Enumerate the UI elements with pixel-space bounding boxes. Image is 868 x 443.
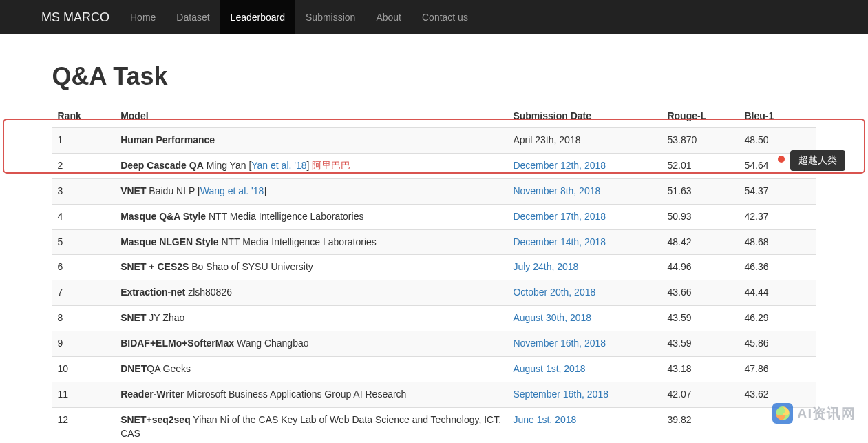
- cell-date: August 30th, 2018: [507, 306, 661, 331]
- cell-rouge: 43.18: [661, 356, 739, 382]
- cell-date: July 24th, 2018: [507, 255, 661, 280]
- cell-bleu: 47.86: [739, 356, 816, 382]
- cell-model: Masque Q&A Style NTT Media Intelligence …: [115, 204, 507, 229]
- model-rest: QA Geeks: [147, 363, 191, 374]
- red-dot-icon: [778, 156, 785, 163]
- date-link[interactable]: July 24th, 2018: [513, 261, 578, 272]
- watermark: AI资讯网: [772, 403, 856, 424]
- model-name: SNET+seq2seq: [120, 414, 191, 425]
- cell-date: June 1st, 2018: [507, 407, 661, 443]
- nav-item-dataset[interactable]: Dataset: [166, 0, 220, 34]
- table-row: 6SNET + CES2S Bo Shao of SYSU University…: [52, 255, 816, 280]
- watermark-text: AI资讯网: [797, 404, 856, 423]
- cell-rouge: 51.63: [661, 178, 739, 204]
- cell-bleu: 46.29: [739, 306, 816, 331]
- model-rest: Baidu NLP [: [146, 185, 200, 196]
- cell-rank: 11: [52, 382, 116, 407]
- model-name: VNET: [120, 185, 146, 196]
- table-body: 1Human PerformanceApril 23th, 201853.870…: [52, 127, 816, 443]
- page-title: Q&A Task: [52, 62, 816, 91]
- cell-rouge: 43.66: [661, 280, 739, 306]
- date-link[interactable]: August 30th, 2018: [513, 312, 591, 323]
- watermark-logo-icon: [772, 403, 793, 424]
- nav-item-leaderboard[interactable]: Leaderboard: [220, 0, 295, 34]
- cell-bleu: 42.37: [739, 204, 816, 229]
- model-name: BIDAF+ELMo+SofterMax: [120, 338, 234, 349]
- model-rest: Microsoft Business Applications Group AI…: [184, 389, 406, 400]
- model-name: DNET: [120, 363, 147, 374]
- date-link[interactable]: October 20th, 2018: [513, 287, 595, 298]
- cell-model: DNETQA Geeks: [115, 356, 507, 382]
- table-row: 12SNET+seq2seq Yihan Ni of the CAS Key L…: [52, 407, 816, 443]
- cell-rank: 9: [52, 331, 116, 357]
- date-link[interactable]: September 16th, 2018: [513, 389, 608, 400]
- table-row: 3VNET Baidu NLP [Wang et al. '18]Novembe…: [52, 178, 816, 204]
- cell-date: October 20th, 2018: [507, 280, 661, 306]
- date-link[interactable]: November 16th, 2018: [513, 338, 606, 349]
- cell-model: SNET + CES2S Bo Shao of SYSU University: [115, 255, 507, 280]
- cell-rank: 12: [52, 407, 116, 443]
- tooltip-text: 超越人类: [798, 154, 837, 165]
- date-link[interactable]: June 1st, 2018: [513, 414, 576, 425]
- cell-date: November 8th, 2018: [507, 178, 661, 204]
- table-row: 9BIDAF+ELMo+SofterMax Wang ChangbaoNovem…: [52, 331, 816, 357]
- nav-list: HomeDatasetLeaderboardSubmissionAboutCon…: [120, 0, 478, 34]
- model-name: Reader-Writer: [120, 389, 184, 400]
- table-row: 4Masque Q&A Style NTT Media Intelligence…: [52, 204, 816, 229]
- cell-bleu: 45.86: [739, 331, 816, 357]
- cell-rouge: 43.59: [661, 306, 739, 331]
- date-link[interactable]: August 1st, 2018: [513, 363, 585, 374]
- model-rest: NTT Media Intelligence Laboratories: [206, 211, 363, 222]
- cell-rouge: 39.82: [661, 407, 739, 443]
- navbar: MS MARCO HomeDatasetLeaderboardSubmissio…: [0, 0, 868, 34]
- brand[interactable]: MS MARCO: [41, 0, 120, 34]
- cell-rouge: 42.07: [661, 382, 739, 407]
- cell-rank: 10: [52, 356, 116, 382]
- cell-rank: 5: [52, 229, 116, 255]
- cell-rouge: 43.59: [661, 331, 739, 357]
- table-row: 10DNETQA GeeksAugust 1st, 201843.1847.86: [52, 356, 816, 382]
- table-row: 5Masque NLGEN Style NTT Media Intelligen…: [52, 229, 816, 255]
- cell-date: December 17th, 2018: [507, 204, 661, 229]
- cell-model: Masque NLGEN Style NTT Media Intelligenc…: [115, 229, 507, 255]
- table-row: 8SNET JY ZhaoAugust 30th, 201843.5946.29: [52, 306, 816, 331]
- tooltip: 超越人类: [790, 150, 845, 171]
- cell-model: VNET Baidu NLP [Wang et al. '18]: [115, 178, 507, 204]
- cell-rouge: 50.93: [661, 204, 739, 229]
- citation-link[interactable]: Wang et al. '18: [200, 185, 264, 196]
- cell-bleu: 54.37: [739, 178, 816, 204]
- cell-date: September 16th, 2018: [507, 382, 661, 407]
- model-name: Extraction-net: [120, 287, 185, 298]
- nav-item-submission[interactable]: Submission: [295, 0, 366, 34]
- nav-item-contact-us[interactable]: Contact us: [412, 0, 478, 34]
- date-link[interactable]: November 8th, 2018: [513, 185, 600, 196]
- model-rest: NTT Media Intelligence Laboratories: [219, 236, 377, 247]
- model-rest: JY Zhao: [146, 312, 184, 323]
- cell-date: November 16th, 2018: [507, 331, 661, 357]
- table-row: 7Extraction-net zlsh80826October 20th, 2…: [52, 280, 816, 306]
- cell-model: Extraction-net zlsh80826: [115, 280, 507, 306]
- cell-model: BIDAF+ELMo+SofterMax Wang Changbao: [115, 331, 507, 357]
- date-link[interactable]: December 17th, 2018: [513, 211, 606, 222]
- highlight-box: [3, 119, 865, 174]
- cell-rank: 7: [52, 280, 116, 306]
- cell-date: August 1st, 2018: [507, 356, 661, 382]
- table-row: 11Reader-Writer Microsoft Business Appli…: [52, 382, 816, 407]
- date-link[interactable]: December 14th, 2018: [513, 236, 606, 247]
- nav-item-about[interactable]: About: [366, 0, 412, 34]
- model-name: Masque NLGEN Style: [120, 236, 218, 247]
- cell-rouge: 48.42: [661, 229, 739, 255]
- cell-rouge: 44.96: [661, 255, 739, 280]
- cell-bleu: 44.44: [739, 280, 816, 306]
- model-name: SNET + CES2S: [120, 261, 189, 272]
- cell-model: SNET+seq2seq Yihan Ni of the CAS Key Lab…: [115, 407, 507, 443]
- model-rest: Wang Changbao: [234, 338, 308, 349]
- model-rest: zlsh80826: [185, 287, 232, 298]
- cell-rank: 8: [52, 306, 116, 331]
- cell-rank: 4: [52, 204, 116, 229]
- model-rest: Bo Shao of SYSU University: [189, 261, 313, 272]
- model-name: Masque Q&A Style: [120, 211, 206, 222]
- model-name: SNET: [120, 312, 146, 323]
- cell-bleu: 48.68: [739, 229, 816, 255]
- nav-item-home[interactable]: Home: [120, 0, 166, 34]
